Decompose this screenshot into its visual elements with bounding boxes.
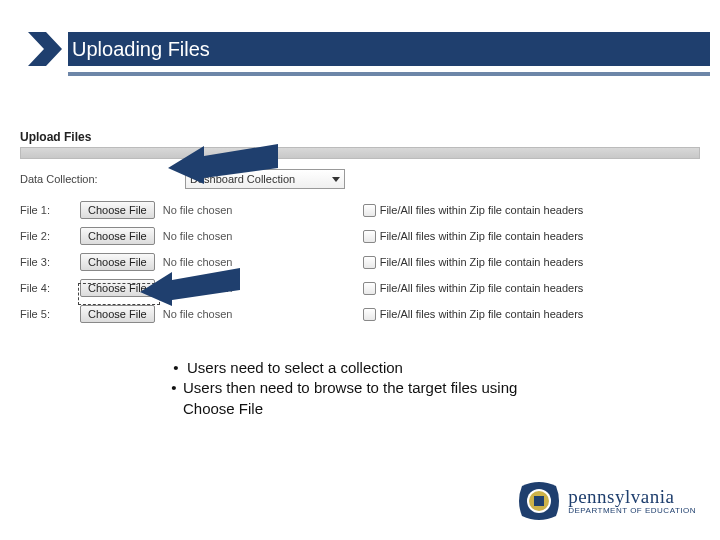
slide-header: Uploading Files: [28, 30, 710, 68]
upload-panel: Upload Files Data Collection: Dashboard …: [20, 130, 700, 327]
title-bar: Uploading Files: [68, 32, 710, 66]
zip-headers-label: File/All files within Zip file contain h…: [380, 230, 584, 242]
zip-headers-label: File/All files within Zip file contain h…: [380, 308, 584, 320]
state-name: pennsylvania: [568, 487, 696, 506]
choose-file-button[interactable]: Choose File: [80, 201, 155, 219]
no-file-text: No file chosen: [163, 308, 363, 320]
data-collection-label: Data Collection:: [20, 173, 185, 185]
zip-headers-checkbox[interactable]: [363, 204, 376, 217]
file-row-4: File 4: Choose File No file chosen File/…: [20, 275, 700, 301]
file-label: File 1:: [20, 204, 80, 216]
zip-headers-checkbox[interactable]: [363, 256, 376, 269]
data-collection-row: Data Collection: Dashboard Collection: [20, 167, 700, 191]
file-row-3: File 3: Choose File No file chosen File/…: [20, 249, 700, 275]
bullet-text: Users then need to browse to the target …: [183, 378, 525, 419]
file-label: File 5:: [20, 308, 80, 320]
no-file-text: No file chosen: [163, 204, 363, 216]
zip-headers-checkbox[interactable]: [363, 282, 376, 295]
svg-rect-5: [534, 496, 544, 506]
dept-name: DEPARTMENT OF EDUCATION: [568, 506, 696, 516]
list-item: • Users then need to browse to the targe…: [165, 378, 525, 419]
zip-headers-label: File/All files within Zip file contain h…: [380, 204, 584, 216]
state-seal-icon: [518, 480, 560, 522]
section-title: Upload Files: [20, 130, 700, 144]
callout-arrow-icon: [140, 258, 240, 306]
file-row-5: File 5: Choose File No file chosen File/…: [20, 301, 700, 327]
list-item: • Users need to select a collection: [165, 358, 525, 378]
chevron-right-icon: [28, 32, 62, 66]
no-file-text: No file chosen: [163, 230, 363, 242]
zip-headers-label: File/All files within Zip file contain h…: [380, 256, 584, 268]
svg-marker-2: [140, 268, 240, 306]
bullet-dot: •: [165, 358, 187, 378]
file-row-2: File 2: Choose File No file chosen File/…: [20, 223, 700, 249]
file-label: File 2:: [20, 230, 80, 242]
bullet-list: • Users need to select a collection • Us…: [165, 358, 525, 419]
callout-arrow-icon: [168, 128, 278, 184]
svg-marker-0: [28, 32, 62, 66]
file-row-1: File 1: Choose File No file chosen File/…: [20, 197, 700, 223]
section-bar: [20, 147, 700, 159]
file-label: File 3:: [20, 256, 80, 268]
file-label: File 4:: [20, 282, 80, 294]
choose-file-button[interactable]: Choose File: [80, 305, 155, 323]
header-underline: [68, 72, 710, 76]
choose-file-button[interactable]: Choose File: [80, 227, 155, 245]
slide-title: Uploading Files: [68, 38, 210, 61]
bullet-text: Users need to select a collection: [187, 358, 403, 378]
zip-headers-checkbox[interactable]: [363, 308, 376, 321]
logo-text: pennsylvania DEPARTMENT OF EDUCATION: [568, 487, 696, 516]
svg-marker-1: [168, 144, 278, 184]
zip-headers-label: File/All files within Zip file contain h…: [380, 282, 584, 294]
bullet-dot: •: [165, 378, 183, 419]
zip-headers-checkbox[interactable]: [363, 230, 376, 243]
footer-logo: pennsylvania DEPARTMENT OF EDUCATION: [518, 480, 696, 522]
chevron-down-icon: [332, 177, 340, 182]
